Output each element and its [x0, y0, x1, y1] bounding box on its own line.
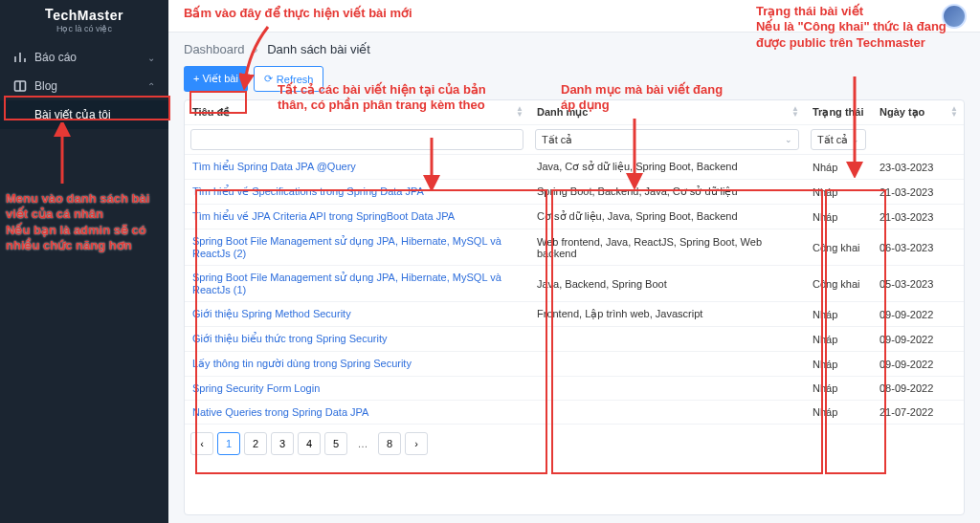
- filter-category-select[interactable]: Tất cả⌄: [535, 129, 799, 150]
- cell-title: Giới thiệu Spring Method Security: [185, 302, 529, 327]
- cell-date: 09-09-2022: [872, 327, 964, 352]
- cell-category: [529, 377, 805, 401]
- header-row: Tiêu đề▲▼ Danh mục▲▼ Trạng thái Ngày tạo…: [185, 100, 964, 125]
- filter-title-input[interactable]: [190, 129, 523, 150]
- post-link[interactable]: Spring Boot File Management sử dụng JPA,…: [192, 235, 501, 259]
- breadcrumb: Dashboard › Danh sách bài viết: [184, 42, 965, 56]
- page-ellipsis: …: [351, 432, 374, 455]
- post-link[interactable]: Giới thiệu biểu thức trong Spring Securi…: [192, 333, 387, 344]
- cell-date: 21-03-2023: [872, 205, 964, 229]
- cell-category: Cơ sở dữ liệu, Java, Spring Boot, Backen…: [529, 205, 805, 229]
- sidebar-item-blog[interactable]: Blog ⌃: [0, 72, 168, 100]
- post-link[interactable]: Spring Boot File Management sử dụng JPA,…: [192, 272, 501, 295]
- post-link[interactable]: Tìm hiểu về JPA Criteria API trong Sprin…: [192, 210, 455, 222]
- cell-date: 09-09-2022: [872, 352, 964, 377]
- cell-status: Công khai: [805, 229, 872, 266]
- main: Dashboard › Danh sách bài viết + Viết bà…: [168, 0, 980, 523]
- chevron-down-icon: ⌄: [852, 135, 859, 144]
- refresh-label: Refresh: [277, 74, 314, 85]
- brand: TTechMasterechMaster Học là có việc: [0, 0, 168, 43]
- cell-status: Nháp: [805, 327, 872, 352]
- sidebar-item-my-posts[interactable]: Bài viết của tôi: [0, 100, 168, 129]
- cell-status: Nháp: [805, 155, 872, 180]
- post-link[interactable]: Spring Security Form Login: [192, 382, 320, 394]
- col-category[interactable]: Danh mục▲▼: [529, 100, 805, 125]
- table-row: Tìm hiểu Spring Data JPA @QueryJava, Cơ …: [185, 155, 964, 180]
- page-1[interactable]: 1: [217, 432, 240, 455]
- brand-name: TTechMasterechMaster: [45, 8, 123, 23]
- breadcrumb-root[interactable]: Dashboard: [184, 42, 245, 56]
- toolbar: + Viết bài ⟳ Refresh: [184, 66, 965, 92]
- col-status[interactable]: Trạng thái: [805, 100, 872, 125]
- page-last[interactable]: 8: [378, 432, 401, 455]
- refresh-icon: ⟳: [264, 73, 273, 85]
- write-post-button[interactable]: + Viết bài: [184, 66, 248, 92]
- cell-category: [529, 352, 805, 377]
- cell-title: Spring Security Form Login: [185, 377, 529, 401]
- page-next[interactable]: ›: [405, 432, 428, 455]
- cell-date: 21-03-2023: [872, 180, 964, 205]
- sort-icon: ▲▼: [791, 106, 799, 118]
- cell-category: Java, Cơ sở dữ liệu, Spring Boot, Backen…: [529, 155, 805, 180]
- sidebar: TTechMasterechMaster Học là có việc Báo …: [0, 0, 168, 523]
- cell-date: 23-03-2023: [872, 155, 964, 180]
- table-row: Tìm hiểu về Specifications trong Spring …: [185, 180, 964, 205]
- filter-status-select[interactable]: Tất cả⌄: [811, 129, 866, 150]
- cell-title: Lấy thông tin người dùng trong Spring Se…: [185, 352, 529, 377]
- brand-tagline: Học là có việc: [56, 24, 112, 33]
- cell-category: [529, 401, 805, 425]
- post-link[interactable]: Lấy thông tin người dùng trong Spring Se…: [192, 358, 412, 369]
- book-icon: [13, 79, 27, 93]
- refresh-button[interactable]: ⟳ Refresh: [254, 66, 324, 92]
- cell-title: Giới thiệu biểu thức trong Spring Securi…: [185, 327, 529, 352]
- cell-status: Nháp: [805, 377, 872, 401]
- content: Dashboard › Danh sách bài viết + Viết bà…: [168, 33, 980, 523]
- sidebar-item-label: Bài viết của tôi: [34, 108, 111, 121]
- post-link[interactable]: Tìm hiểu Spring Data JPA @Query: [192, 161, 356, 172]
- table-row: Lấy thông tin người dùng trong Spring Se…: [185, 352, 964, 377]
- sort-icon: ▲▼: [950, 106, 958, 118]
- posts-table: Tiêu đề▲▼ Danh mục▲▼ Trạng thái Ngày tạo…: [184, 99, 965, 515]
- cell-title: Tìm hiểu về JPA Criteria API trong Sprin…: [185, 205, 529, 229]
- cell-category: Frontend, Lập trình web, Javascript: [529, 302, 805, 327]
- cell-status: Nháp: [805, 302, 872, 327]
- cell-category: Web frontend, Java, ReactJS, Spring Boot…: [529, 229, 805, 266]
- page-3[interactable]: 3: [271, 432, 294, 455]
- chevron-right-icon: ›: [254, 42, 257, 56]
- chevron-up-icon: ⌃: [147, 81, 155, 92]
- cell-title: Spring Boot File Management sử dụng JPA,…: [185, 229, 529, 266]
- cell-date: 21-07-2022: [872, 401, 964, 425]
- cell-category: [529, 327, 805, 352]
- topbar: [168, 0, 980, 33]
- table-row: Giới thiệu Spring Method SecurityFronten…: [185, 302, 964, 327]
- filter-row: Tất cả⌄ Tất cả⌄: [185, 125, 964, 155]
- cell-status: Nháp: [805, 401, 872, 425]
- table-row: Spring Boot File Management sử dụng JPA,…: [185, 229, 964, 266]
- table-row: Giới thiệu biểu thức trong Spring Securi…: [185, 327, 964, 352]
- post-link[interactable]: Giới thiệu Spring Method Security: [192, 308, 351, 319]
- chevron-down-icon: ⌄: [147, 53, 155, 63]
- sidebar-item-report[interactable]: Báo cáo ⌄: [0, 43, 168, 72]
- sidebar-item-label: Báo cáo: [34, 51, 77, 64]
- cell-title: Native Queries trong Spring Data JPA: [185, 401, 529, 425]
- breadcrumb-current: Danh sách bài viết: [267, 42, 370, 56]
- cell-status: Nháp: [805, 352, 872, 377]
- cell-category: Spring Boot, Backend, Java, Cơ sở dữ liệ…: [529, 180, 805, 205]
- page-5[interactable]: 5: [324, 432, 347, 455]
- post-link[interactable]: Native Queries trong Spring Data JPA: [192, 406, 368, 418]
- pagination: ‹ 12345 … 8 ›: [185, 425, 964, 463]
- page-prev[interactable]: ‹: [190, 432, 213, 455]
- table-row: Spring Boot File Management sử dụng JPA,…: [185, 266, 964, 302]
- cell-date: 05-03-2023: [872, 266, 964, 302]
- col-created[interactable]: Ngày tạo▲▼: [872, 100, 964, 125]
- chart-icon: [13, 51, 27, 64]
- avatar[interactable]: [942, 4, 967, 29]
- table-row: Native Queries trong Spring Data JPANháp…: [185, 401, 964, 425]
- col-title[interactable]: Tiêu đề▲▼: [185, 100, 529, 125]
- post-link[interactable]: Tìm hiểu về Specifications trong Spring …: [192, 185, 424, 197]
- page-2[interactable]: 2: [244, 432, 267, 455]
- cell-title: Tìm hiểu về Specifications trong Spring …: [185, 180, 529, 205]
- page-4[interactable]: 4: [298, 432, 321, 455]
- cell-status: Nháp: [805, 180, 872, 205]
- cell-category: Java, Backend, Spring Boot: [529, 266, 805, 302]
